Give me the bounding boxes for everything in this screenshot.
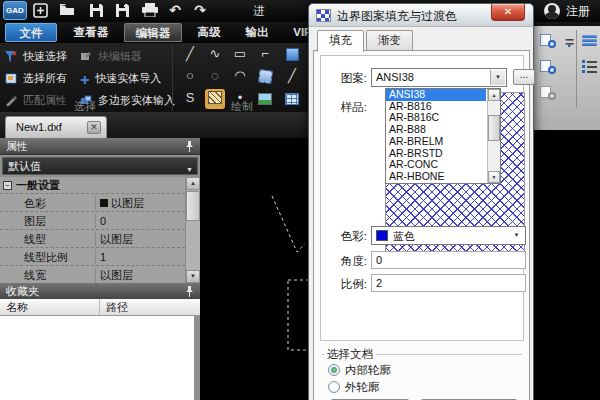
layer-settings-icon[interactable]	[540, 86, 556, 100]
dialog-close-button[interactable]: ✕	[491, 4, 525, 21]
browse-pattern-button[interactable]: ...	[513, 69, 535, 85]
scroll-down-icon[interactable]: ▼	[488, 171, 500, 183]
redo-icon[interactable]: ↷	[190, 2, 210, 19]
pattern-dropdown[interactable]: ANSI38 ▼	[371, 68, 507, 87]
inner-contour-label: 内部轮廓	[345, 363, 391, 377]
register-button[interactable]: 注册	[544, 2, 590, 20]
select-document-label: 选择文档	[324, 347, 376, 362]
quick-entity-import-label: 快速实体导入	[95, 72, 161, 84]
draw-pencil-tool[interactable]: ╱	[282, 67, 302, 87]
dialog-title: 边界图案填充与过渡色	[337, 8, 457, 25]
favorites-list[interactable]	[0, 316, 197, 400]
list-scrollbar[interactable]: ▲ ▼	[487, 89, 500, 183]
layers-stack-icon[interactable]	[582, 34, 598, 48]
undo-icon[interactable]: ↶	[165, 2, 185, 19]
color-label: 色彩:	[329, 229, 367, 244]
angle-input[interactable]: 0	[371, 251, 526, 269]
property-section-row[interactable]: − 一般设置	[0, 177, 185, 194]
quick-select-button[interactable]: 快速选择	[5, 47, 67, 65]
draw-circle-tool[interactable]: ○	[180, 67, 200, 87]
document-close-icon[interactable]: ✕	[87, 121, 101, 134]
open-file-icon[interactable]	[57, 2, 77, 19]
angle-label: 角度:	[329, 254, 367, 269]
outer-contour-option[interactable]: 外轮廓	[328, 380, 448, 394]
left-panel: 属性 默认值 ▼ − 一般设置 色彩 以图层 图层 0 线型 以图层	[0, 138, 200, 400]
draw-rectangle-tool[interactable]: ▭	[230, 45, 250, 65]
app-window: GAD ↶ ↷ 进 注册 文件 查看器 编辑器 高级 输出 VIP功能	[0, 0, 600, 400]
properties-panel-title: 属性	[6, 140, 28, 152]
scroll-up-icon[interactable]: ▲	[186, 177, 200, 190]
draw-region-tool[interactable]	[255, 67, 275, 87]
pattern-option[interactable]: AR-BRELM	[386, 136, 486, 148]
column-name[interactable]: 名称	[0, 299, 100, 315]
layer-small-icon[interactable]	[562, 37, 575, 48]
layer-list-icon[interactable]	[582, 60, 598, 74]
draw-line-tool[interactable]: ╱	[180, 45, 200, 65]
document-tab[interactable]: New1.dxf ✕	[5, 116, 107, 138]
dialog-title-bar[interactable]: 边界图案填充与过渡色 ✕	[309, 4, 533, 27]
collapse-icon[interactable]: −	[3, 181, 12, 190]
menu-tab-viewer[interactable]: 查看器	[62, 23, 120, 42]
property-row-linetype[interactable]: 线型 以图层	[0, 231, 185, 248]
property-row-lineweight[interactable]: 线宽 以图层	[0, 267, 185, 284]
tab-gradient[interactable]: 渐变	[366, 30, 413, 50]
save-as-icon[interactable]	[112, 2, 132, 19]
property-value: 以图层	[95, 267, 185, 283]
pattern-option[interactable]: AR-HBONE	[386, 171, 486, 183]
select-group-label: 选择	[0, 99, 170, 114]
outer-contour-label: 外轮廓	[345, 380, 380, 394]
document-tab-bar: New1.dxf ✕	[0, 113, 308, 138]
scroll-thumb[interactable]	[488, 115, 500, 141]
preset-dropdown[interactable]: 默认值 ▼	[2, 157, 198, 175]
menu-tab-output[interactable]: 输出	[234, 23, 280, 42]
fill-tab-page: 图案: ANSI38 ▼ ... 样品: ANSI38 AR-B816 AR-B…	[313, 50, 530, 400]
register-label: 注册	[566, 4, 590, 18]
property-row-layer[interactable]: 图层 0	[0, 213, 185, 230]
scroll-down-icon[interactable]: ▼	[186, 270, 200, 283]
radio-unselected-icon	[328, 381, 340, 393]
scroll-thumb[interactable]	[186, 191, 200, 221]
quick-entity-import-button[interactable]: ✚ 快速实体导入	[80, 69, 161, 87]
layer-states-icon[interactable]	[540, 60, 556, 74]
new-file-icon[interactable]	[30, 2, 50, 19]
hatch-dialog: 边界图案填充与过渡色 ✕ 填充 渐变 图案: ANSI38 ▼ ... 样品: …	[308, 3, 534, 400]
print-icon[interactable]	[140, 2, 160, 19]
menu-tab-file[interactable]: 文件	[5, 23, 57, 42]
save-icon[interactable]	[86, 2, 106, 19]
scale-label: 比例:	[329, 277, 367, 292]
property-grid: − 一般设置 色彩 以图层 图层 0 线型 以图层 线型比例 1 线宽 以图层	[0, 177, 200, 283]
dialog-checker-icon	[316, 9, 331, 22]
layers-ribbon-section	[533, 26, 600, 130]
quick-select-label: 快速选择	[23, 50, 67, 62]
fill-group-box: 图案: ANSI38 ▼ ... 样品: ANSI38 AR-B816 AR-B…	[320, 55, 524, 341]
menu-tab-editor[interactable]: 编辑器	[124, 23, 182, 42]
gad-logo[interactable]: GAD	[3, 1, 27, 20]
pin-icon[interactable]	[185, 141, 194, 152]
draw-ellipse-tool[interactable]: ◌	[205, 67, 225, 87]
property-label: 线型	[24, 231, 92, 247]
property-value: 以图层	[95, 231, 185, 247]
properties-panel-header: 属性	[0, 138, 200, 155]
select-all-button[interactable]: 选择所有	[5, 69, 67, 87]
layer-properties-icon[interactable]	[540, 34, 556, 48]
inner-contour-option[interactable]: 内部轮廓	[328, 363, 448, 377]
block-editor-button[interactable]: 块编辑器	[80, 47, 142, 65]
pattern-option-list: ANSI38 AR-B816 AR-B816C AR-B88 AR-BRELM …	[385, 88, 501, 184]
color-dropdown[interactable]: 蓝色 ▼	[371, 226, 526, 245]
menu-tab-advanced[interactable]: 高级	[186, 23, 232, 42]
scale-input[interactable]: 2	[371, 274, 526, 292]
tab-fill[interactable]: 填充	[317, 30, 364, 52]
draw-spline-tool[interactable]: ∿	[205, 45, 225, 65]
property-row-ltscale[interactable]: 线型比例 1	[0, 249, 185, 266]
scroll-up-icon[interactable]: ▲	[488, 89, 500, 101]
patch-separator	[576, 30, 577, 108]
pattern-label: 图案:	[329, 71, 367, 86]
draw-arc-tool[interactable]: ◠	[230, 67, 250, 87]
column-path[interactable]: 路径	[100, 299, 197, 315]
pattern-option-selected[interactable]: ANSI38	[386, 89, 486, 101]
property-row-color[interactable]: 色彩 以图层	[0, 195, 185, 212]
pin-icon[interactable]	[185, 286, 194, 297]
draw-polyline-tool[interactable]: ⌐	[255, 45, 275, 65]
property-grid-scrollbar[interactable]: ▲ ▼	[185, 177, 200, 283]
insert-block-tool[interactable]	[282, 45, 302, 65]
